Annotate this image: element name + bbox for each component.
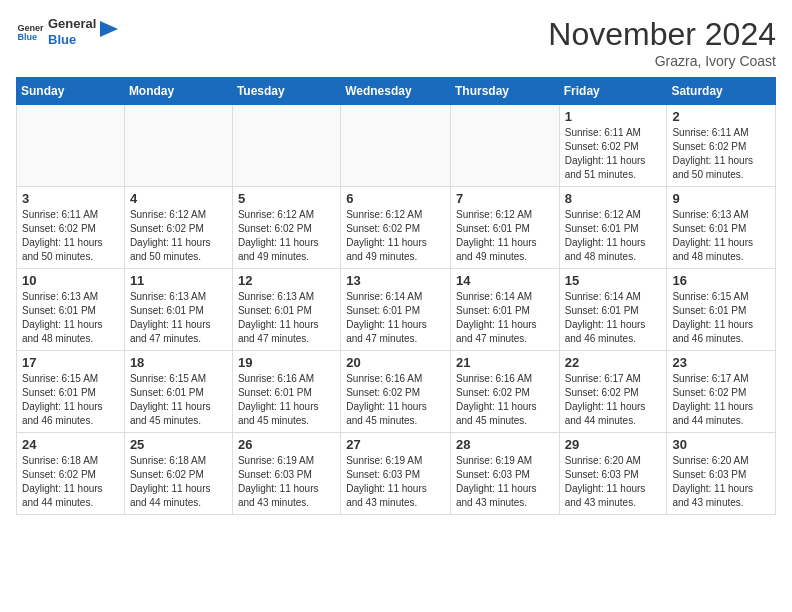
day-info: Sunrise: 6:18 AM Sunset: 6:02 PM Dayligh… [22,454,119,510]
day-info: Sunrise: 6:13 AM Sunset: 6:01 PM Dayligh… [130,290,227,346]
day-number: 9 [672,191,770,206]
calendar-cell: 19Sunrise: 6:16 AM Sunset: 6:01 PM Dayli… [232,351,340,433]
day-info: Sunrise: 6:12 AM Sunset: 6:01 PM Dayligh… [456,208,554,264]
svg-text:General: General [17,22,44,32]
day-number: 17 [22,355,119,370]
day-info: Sunrise: 6:17 AM Sunset: 6:02 PM Dayligh… [565,372,662,428]
day-number: 21 [456,355,554,370]
logo-icon: General Blue [16,18,44,46]
day-info: Sunrise: 6:11 AM Sunset: 6:02 PM Dayligh… [565,126,662,182]
calendar-week-row: 17Sunrise: 6:15 AM Sunset: 6:01 PM Dayli… [17,351,776,433]
calendar-cell: 5Sunrise: 6:12 AM Sunset: 6:02 PM Daylig… [232,187,340,269]
day-info: Sunrise: 6:20 AM Sunset: 6:03 PM Dayligh… [565,454,662,510]
calendar-cell: 29Sunrise: 6:20 AM Sunset: 6:03 PM Dayli… [559,433,667,515]
day-number: 5 [238,191,335,206]
day-info: Sunrise: 6:12 AM Sunset: 6:02 PM Dayligh… [238,208,335,264]
calendar-cell: 3Sunrise: 6:11 AM Sunset: 6:02 PM Daylig… [17,187,125,269]
day-number: 22 [565,355,662,370]
day-number: 23 [672,355,770,370]
calendar-cell: 4Sunrise: 6:12 AM Sunset: 6:02 PM Daylig… [124,187,232,269]
day-info: Sunrise: 6:14 AM Sunset: 6:01 PM Dayligh… [346,290,445,346]
day-number: 28 [456,437,554,452]
calendar-cell [232,105,340,187]
calendar-cell: 26Sunrise: 6:19 AM Sunset: 6:03 PM Dayli… [232,433,340,515]
day-info: Sunrise: 6:13 AM Sunset: 6:01 PM Dayligh… [22,290,119,346]
day-info: Sunrise: 6:15 AM Sunset: 6:01 PM Dayligh… [22,372,119,428]
calendar-cell [450,105,559,187]
day-number: 1 [565,109,662,124]
day-info: Sunrise: 6:14 AM Sunset: 6:01 PM Dayligh… [456,290,554,346]
logo-triangle-icon [100,21,118,43]
calendar-cell: 12Sunrise: 6:13 AM Sunset: 6:01 PM Dayli… [232,269,340,351]
calendar-cell: 17Sunrise: 6:15 AM Sunset: 6:01 PM Dayli… [17,351,125,433]
calendar-cell: 22Sunrise: 6:17 AM Sunset: 6:02 PM Dayli… [559,351,667,433]
day-number: 8 [565,191,662,206]
day-number: 12 [238,273,335,288]
day-number: 3 [22,191,119,206]
calendar-header-thursday: Thursday [450,78,559,105]
day-info: Sunrise: 6:13 AM Sunset: 6:01 PM Dayligh… [672,208,770,264]
month-title: November 2024 [548,16,776,53]
day-number: 2 [672,109,770,124]
day-number: 16 [672,273,770,288]
calendar-cell: 23Sunrise: 6:17 AM Sunset: 6:02 PM Dayli… [667,351,776,433]
calendar-cell: 6Sunrise: 6:12 AM Sunset: 6:02 PM Daylig… [341,187,451,269]
calendar-header-tuesday: Tuesday [232,78,340,105]
calendar-cell: 16Sunrise: 6:15 AM Sunset: 6:01 PM Dayli… [667,269,776,351]
day-info: Sunrise: 6:19 AM Sunset: 6:03 PM Dayligh… [456,454,554,510]
svg-marker-3 [100,21,118,37]
day-number: 18 [130,355,227,370]
logo: General Blue General Blue [16,16,118,47]
day-number: 6 [346,191,445,206]
day-number: 30 [672,437,770,452]
day-number: 26 [238,437,335,452]
day-number: 15 [565,273,662,288]
calendar-cell: 9Sunrise: 6:13 AM Sunset: 6:01 PM Daylig… [667,187,776,269]
calendar-cell: 28Sunrise: 6:19 AM Sunset: 6:03 PM Dayli… [450,433,559,515]
calendar-header-friday: Friday [559,78,667,105]
calendar-week-row: 3Sunrise: 6:11 AM Sunset: 6:02 PM Daylig… [17,187,776,269]
calendar-cell: 15Sunrise: 6:14 AM Sunset: 6:01 PM Dayli… [559,269,667,351]
title-area: November 2024 Grazra, Ivory Coast [548,16,776,69]
calendar-cell: 7Sunrise: 6:12 AM Sunset: 6:01 PM Daylig… [450,187,559,269]
day-info: Sunrise: 6:17 AM Sunset: 6:02 PM Dayligh… [672,372,770,428]
calendar-cell: 27Sunrise: 6:19 AM Sunset: 6:03 PM Dayli… [341,433,451,515]
day-info: Sunrise: 6:16 AM Sunset: 6:02 PM Dayligh… [456,372,554,428]
day-info: Sunrise: 6:18 AM Sunset: 6:02 PM Dayligh… [130,454,227,510]
day-number: 4 [130,191,227,206]
day-number: 24 [22,437,119,452]
location: Grazra, Ivory Coast [548,53,776,69]
calendar-cell: 21Sunrise: 6:16 AM Sunset: 6:02 PM Dayli… [450,351,559,433]
day-info: Sunrise: 6:12 AM Sunset: 6:02 PM Dayligh… [130,208,227,264]
calendar-cell: 25Sunrise: 6:18 AM Sunset: 6:02 PM Dayli… [124,433,232,515]
calendar-cell: 18Sunrise: 6:15 AM Sunset: 6:01 PM Dayli… [124,351,232,433]
calendar-header-wednesday: Wednesday [341,78,451,105]
day-number: 14 [456,273,554,288]
calendar-cell: 2Sunrise: 6:11 AM Sunset: 6:02 PM Daylig… [667,105,776,187]
logo-line2: Blue [48,32,96,48]
day-number: 20 [346,355,445,370]
calendar-week-row: 10Sunrise: 6:13 AM Sunset: 6:01 PM Dayli… [17,269,776,351]
calendar-table: SundayMondayTuesdayWednesdayThursdayFrid… [16,77,776,515]
calendar-cell: 11Sunrise: 6:13 AM Sunset: 6:01 PM Dayli… [124,269,232,351]
day-info: Sunrise: 6:12 AM Sunset: 6:02 PM Dayligh… [346,208,445,264]
page-header: General Blue General Blue November 2024 … [16,16,776,69]
calendar-cell: 1Sunrise: 6:11 AM Sunset: 6:02 PM Daylig… [559,105,667,187]
calendar-header-row: SundayMondayTuesdayWednesdayThursdayFrid… [17,78,776,105]
calendar-cell: 24Sunrise: 6:18 AM Sunset: 6:02 PM Dayli… [17,433,125,515]
day-info: Sunrise: 6:15 AM Sunset: 6:01 PM Dayligh… [672,290,770,346]
svg-text:Blue: Blue [17,32,37,42]
day-info: Sunrise: 6:16 AM Sunset: 6:02 PM Dayligh… [346,372,445,428]
calendar-cell: 10Sunrise: 6:13 AM Sunset: 6:01 PM Dayli… [17,269,125,351]
calendar-cell: 20Sunrise: 6:16 AM Sunset: 6:02 PM Dayli… [341,351,451,433]
day-info: Sunrise: 6:15 AM Sunset: 6:01 PM Dayligh… [130,372,227,428]
calendar-cell: 8Sunrise: 6:12 AM Sunset: 6:01 PM Daylig… [559,187,667,269]
day-number: 7 [456,191,554,206]
day-number: 10 [22,273,119,288]
calendar-cell [17,105,125,187]
day-info: Sunrise: 6:20 AM Sunset: 6:03 PM Dayligh… [672,454,770,510]
day-number: 13 [346,273,445,288]
day-info: Sunrise: 6:14 AM Sunset: 6:01 PM Dayligh… [565,290,662,346]
calendar-cell: 13Sunrise: 6:14 AM Sunset: 6:01 PM Dayli… [341,269,451,351]
calendar-cell: 14Sunrise: 6:14 AM Sunset: 6:01 PM Dayli… [450,269,559,351]
